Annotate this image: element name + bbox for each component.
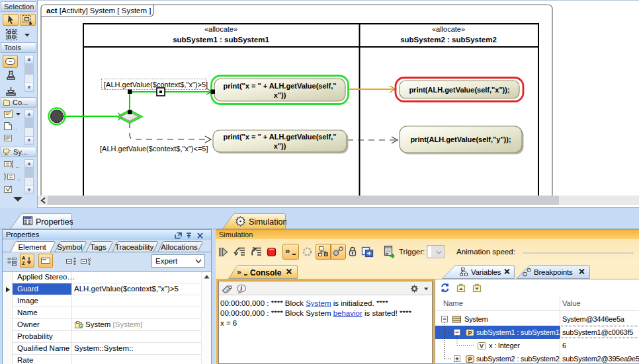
- svg-text:«allocate»: «allocate»: [432, 25, 465, 33]
- svg-text:..: ..: [16, 163, 19, 169]
- svg-text:Simulation: Simulation: [249, 217, 286, 227]
- svg-text:Variables: Variables: [471, 268, 501, 276]
- svg-text:[ALH.getValue($context$,"x")<=: [ALH.getValue($context$,"x")<=5]: [100, 145, 208, 153]
- svg-text:x")): x")): [274, 142, 286, 150]
- svg-text:..: ..: [14, 124, 17, 131]
- svg-text:subSystem1 : subSystem1: subSystem1 : subSystem1: [173, 36, 269, 44]
- svg-text:«allocate»: «allocate»: [204, 25, 237, 33]
- svg-text:print("x = " + ALH.getValue(se: print("x = " + ALH.getValue(self,": [223, 82, 336, 90]
- svg-text:Z: Z: [22, 260, 25, 266]
- svg-text:Element: Element: [18, 243, 46, 251]
- svg-text:print(ALH.getValue(self,"y"));: print(ALH.getValue(self,"y"));: [410, 135, 511, 143]
- svg-text:print(ALH.getValue(self,"x"));: print(ALH.getValue(self,"x"));: [409, 86, 509, 94]
- svg-text:x")): x")): [274, 91, 286, 99]
- svg-text:Breakpoints: Breakpoints: [534, 268, 573, 276]
- svg-text:»: »: [285, 246, 290, 256]
- svg-text:act [Activity] System [ System: act [Activity] System [ System ]: [46, 7, 151, 15]
- svg-text:[ALH.getValue($context$,"x")>5: [ALH.getValue($context$,"x")>5]: [104, 81, 208, 89]
- svg-text:i: i: [240, 285, 242, 292]
- svg-text:..: ..: [17, 175, 21, 182]
- svg-text:print("x = " + ALH.getValue(se: print("x = " + ALH.getValue(self,": [223, 133, 336, 141]
- svg-text:Traceability: Traceability: [115, 243, 154, 251]
- svg-text:subSystem2 : subSystem2: subSystem2 : subSystem2: [400, 36, 497, 44]
- svg-text:Allocations: Allocations: [161, 243, 198, 251]
- svg-text:Symbol: Symbol: [57, 243, 82, 251]
- svg-text:Properties: Properties: [36, 217, 73, 227]
- svg-text:Console: Console: [250, 268, 282, 277]
- svg-text:»: »: [237, 268, 241, 277]
- svg-text:Tags: Tags: [90, 243, 106, 251]
